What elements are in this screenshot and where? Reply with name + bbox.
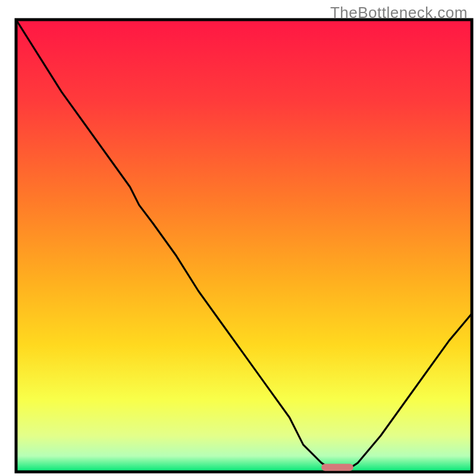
watermark-text: TheBottleneck.com — [330, 4, 468, 22]
bottleneck-chart — [0, 0, 476, 476]
optimal-range-marker — [321, 464, 353, 471]
chart-container: TheBottleneck.com — [0, 0, 476, 476]
